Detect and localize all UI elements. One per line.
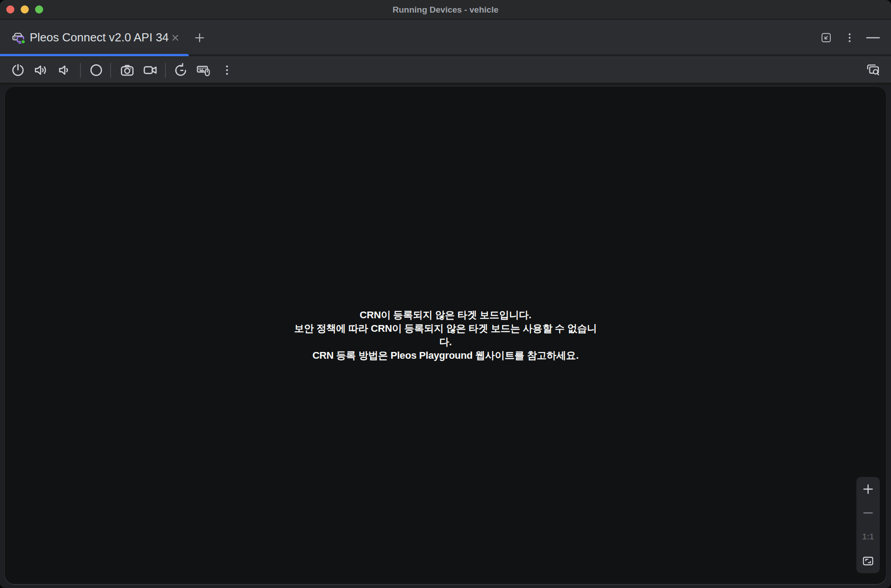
toolbar-separator [110, 63, 111, 78]
dock-window-icon[interactable] [817, 20, 835, 55]
home-button[interactable] [87, 61, 105, 79]
screenshot-button[interactable] [118, 61, 136, 79]
tab-pleos-connect[interactable]: Pleos Connect v2.0 API 34 [0, 20, 189, 55]
zoom-out-button[interactable] [856, 501, 880, 526]
fit-to-window-button[interactable] [856, 549, 880, 574]
more-options-icon[interactable] [841, 20, 859, 55]
toolbar-more-options-button[interactable] [218, 61, 236, 79]
device-screen[interactable]: CRN이 등록되지 않은 타겟 보드입니다. 보안 정책에 따라 CRN이 등록… [4, 86, 887, 584]
window-title: Running Devices - vehicle [0, 0, 891, 19]
add-tab-button[interactable] [192, 31, 207, 45]
running-devices-window: Running Devices - vehicle Pleos Connect … [0, 0, 891, 588]
zoom-controls-panel: 1:1 [856, 477, 880, 573]
volume-up-button[interactable] [32, 61, 50, 79]
zoom-in-button[interactable] [856, 477, 880, 501]
tab-bar: Pleos Connect v2.0 API 34 [0, 20, 891, 55]
toolbar-separator [165, 63, 166, 78]
device-toolbar [0, 56, 891, 85]
volume-down-button[interactable] [55, 61, 73, 79]
car-device-icon [10, 30, 26, 46]
reset-rotate-button[interactable] [172, 61, 190, 79]
toolbar-separator [80, 63, 81, 78]
message-line: CRN이 등록되지 않은 타겟 보드입니다. [360, 308, 531, 322]
message-line: CRN 등록 방법은 Pleos Playground 웹사이트를 참고하세요. [312, 349, 579, 362]
close-tab-icon[interactable] [169, 31, 182, 45]
title-bar: Running Devices - vehicle [0, 0, 891, 19]
tab-label: Pleos Connect v2.0 API 34 [30, 20, 169, 55]
display-search-button[interactable] [864, 61, 882, 79]
message-line: 다. [439, 335, 452, 349]
hide-panel-icon[interactable] [864, 20, 882, 55]
message-line: 보안 정책에 따라 CRN이 등록되지 않은 타겟 보드는 사용할 수 없습니 [294, 322, 597, 335]
power-button[interactable] [9, 61, 27, 79]
crn-error-message: CRN이 등록되지 않은 타겟 보드입니다. 보안 정책에 따라 CRN이 등록… [5, 87, 886, 584]
zoom-reset-button[interactable]: 1:1 [856, 525, 880, 549]
hardware-input-button[interactable] [195, 61, 213, 79]
screen-record-button[interactable] [141, 61, 159, 79]
